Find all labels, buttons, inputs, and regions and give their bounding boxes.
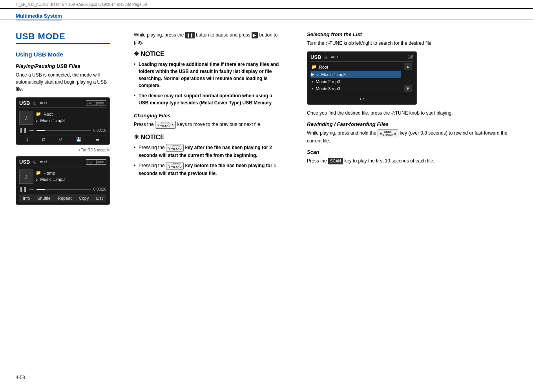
play-button-visual: ▶ <box>252 32 258 38</box>
rewind-text: While playing, press and hold the ∨ SEEK… <box>307 129 517 144</box>
save-icon-1: 💾 <box>76 137 82 142</box>
pause-text: button to pause and press <box>196 32 250 38</box>
notice2-title: ✳ NOTICE <box>134 133 283 141</box>
time-1: 0:00:18 <box>93 128 106 133</box>
btn-repeat[interactable]: Repeat <box>58 196 71 201</box>
changing-files-para: Press the ∨ SEEKTRACK ∧ keys to move to … <box>134 121 283 129</box>
folder-icon-2: 📁 <box>36 170 41 175</box>
folder-name-2: Home <box>44 171 55 175</box>
btn-info[interactable]: Info <box>23 196 30 201</box>
file-name-1: Music 1.mp3 <box>40 118 65 123</box>
selecting-text: Turn the ◎TUNE knob left/right to search… <box>307 40 517 47</box>
notice1-list: Loading may require additional time if t… <box>134 61 283 106</box>
notice-box-2: ✳ NOTICE Pressing the ∨ SEEKTRACK key af… <box>134 133 283 177</box>
scan-key: SCAN <box>328 158 343 164</box>
scan-text: Press the <box>307 158 327 164</box>
notice2-star: ✳ <box>134 134 141 140</box>
usb-list-display: USB ◎ ⇄ ↺ 1/8 📁 Root ▶ ♪ <box>307 51 417 105</box>
file-badge-1: [FILE]0001 <box>86 100 106 106</box>
list-play-icon: ▶ <box>311 72 314 77</box>
playing-pausing-body: Once a USB is connected, the mode will a… <box>16 71 110 93</box>
usb-list-label: USB <box>310 54 321 60</box>
usb-label-2: USB <box>19 159 30 165</box>
notice1-item-1-text: Loading may require additional time if t… <box>139 62 279 88</box>
list-music-icon-2: ♪ <box>311 79 314 84</box>
shuffle-icon-1: ⇄ <box>42 137 45 142</box>
file-badge-2: [FILE]0001 <box>86 159 106 165</box>
file-icon-1: ♪ <box>36 118 38 123</box>
file-info: H_LF_A,B_AUDIO:BH hma 4-109~(Audio).qxd … <box>16 2 147 7</box>
list-music-icon-1: ♪ <box>317 72 319 77</box>
bottom-bar-2: Info Shuffle Repeat Copy List <box>19 194 106 202</box>
section-title: Multimedia System <box>16 13 62 20</box>
notice1-item-2: The device may not support normal operat… <box>134 92 283 106</box>
list-file-1-name: Music 1.mp3 <box>321 72 346 77</box>
list-folder-name: Root <box>319 65 328 69</box>
scroll-up-button[interactable]: ▲ <box>404 63 412 70</box>
info-icon-1: ℹ <box>26 137 28 142</box>
notice2-item-2-prefix: Pressing the <box>139 163 166 169</box>
while-playing-para: While playing, press the ❚❚ button to pa… <box>134 31 283 46</box>
list-folder-row: 📁 Root <box>310 63 401 71</box>
usb-mode-title: USB MODE <box>16 31 110 44</box>
seek-key-visual: ∨ SEEKTRACK ∧ <box>155 121 176 129</box>
notice2-item-2: Pressing the ∨ SEEKTRACK key before the … <box>134 162 283 177</box>
rds-note: <For RDS model> <box>16 148 110 152</box>
scan-title: Scan <box>307 149 517 155</box>
seek-key-visual-3: ∨ SEEKTRACK <box>166 162 184 170</box>
list-folder-icon: 📁 <box>311 64 317 69</box>
progress-bar-2 <box>37 189 91 190</box>
notice1-star: ✳ <box>134 51 141 57</box>
time-2: 0:00:20 <box>93 187 106 191</box>
notice2-item-1-prefix: Pressing the <box>139 145 166 151</box>
pause-icon-1: ❚❚ <box>19 128 27 133</box>
usb-display-1: USB ◎ ⇄ ↺ [FILE]0001 ♪ 📁 Root ♪ <box>16 97 110 145</box>
selecting-title: Selecting from the List <box>307 31 517 37</box>
list-page: 1/8 <box>408 55 413 59</box>
notice2-list: Pressing the ∨ SEEKTRACK key after the f… <box>134 144 283 177</box>
list-file-2-name: Music 2.mp3 <box>316 79 340 84</box>
list-music-icon-3: ♪ <box>311 86 314 91</box>
list-file-3-name: Music 3.mp3 <box>316 86 340 91</box>
dash-2: — <box>29 186 34 192</box>
list-file-3[interactable]: ♪ Music 3.mp3 <box>310 85 401 92</box>
list-file-2[interactable]: ♪ Music 2.mp3 <box>310 78 401 85</box>
seek-key-visual-2: ∨ SEEKTRACK <box>166 144 184 152</box>
scroll-down-button[interactable]: ▼ <box>404 85 412 92</box>
notice1-item-1: Loading may require additional time if t… <box>134 61 283 89</box>
playing-pausing-title: Playing/Pausing USB Files <box>16 63 110 69</box>
usb-label-1: USB <box>19 100 30 106</box>
rewind-title: Rewinding / Fast-forwarding Files <box>307 121 517 127</box>
pause-button-visual: ❚❚ <box>185 32 195 38</box>
using-usb-title: Using USB Mode <box>16 51 110 58</box>
changing-files-title: Changing Files <box>134 113 283 119</box>
btn-copy[interactable]: Copy <box>79 196 89 201</box>
notice-box-1: ✳ NOTICE Loading may require additional … <box>134 50 283 106</box>
back-icon[interactable]: ↩ <box>360 96 364 102</box>
notice1-item-2-text: The device may not support normal operat… <box>139 93 273 106</box>
selecting-text2: Once you find the desired file, press th… <box>307 109 517 117</box>
bottom-icons-1: ℹ ⇄ ↺ 💾 ☰ <box>19 135 106 142</box>
file-icon-2: ♪ <box>36 177 38 182</box>
repeat-icon-1: ↺ <box>59 137 62 142</box>
btn-shuffle[interactable]: Shuffle <box>37 196 51 201</box>
folder-name-1: Root <box>44 112 53 117</box>
scan-text2: key to play the first 10 seconds of each… <box>344 158 434 164</box>
btn-list[interactable]: List <box>96 196 103 201</box>
while-playing-text: While playing, press the <box>134 32 184 38</box>
pause-icon-2: ❚❚ <box>19 186 27 192</box>
notice1-label: NOTICE <box>141 51 164 57</box>
folder-icon-1: 📁 <box>36 111 41 117</box>
album-art-1: ♪ <box>19 111 33 125</box>
changing-files-text: Press the <box>134 122 154 128</box>
notice2-label: NOTICE <box>141 134 164 140</box>
album-art-2: ♪ <box>19 170 33 184</box>
usb-display-2: USB ◎ ⇄ ↺ [FILE]0001 ♪ 📁 Home ♪ <box>16 156 110 205</box>
list-icon-1: ☰ <box>95 137 99 142</box>
rewind-text-prefix: While playing, press and hold the <box>307 130 378 136</box>
list-file-1[interactable]: ▶ ♪ Music 1.mp3 <box>310 71 401 78</box>
notice2-item-1: Pressing the ∨ SEEKTRACK key after the f… <box>134 144 283 159</box>
file-name-2: Music 1.mp3 <box>40 177 65 182</box>
dash-1: — <box>29 128 34 133</box>
page-number: 4-58 <box>16 375 25 380</box>
